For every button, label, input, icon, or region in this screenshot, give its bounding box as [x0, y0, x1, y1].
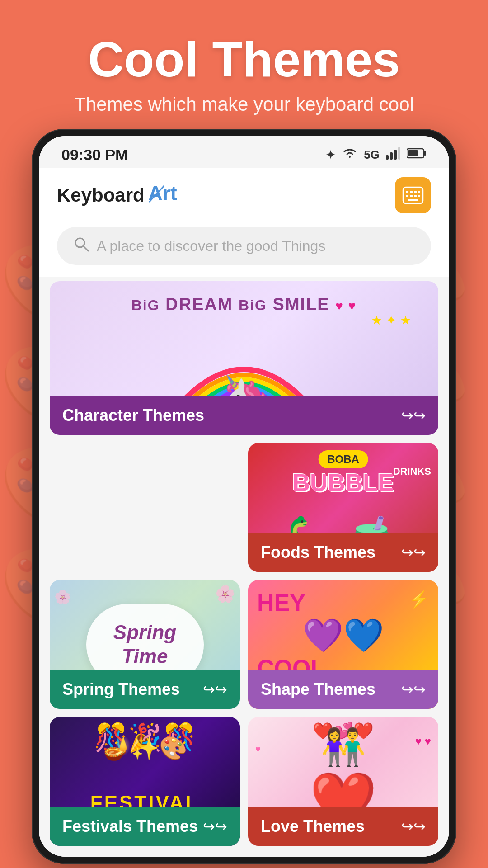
phone-frame: 09:30 PM ✦ 5G — [32, 129, 456, 864]
app-header: Keyboard Art — [39, 168, 449, 222]
svg-line-19 — [84, 246, 88, 251]
logo-art-text: Art — [148, 182, 193, 208]
logo-keyboard-text: Keyboard — [57, 184, 145, 206]
bluetooth-icon: ✦ — [325, 147, 336, 162]
page-title: Cool Themes — [18, 32, 470, 86]
svg-rect-10 — [410, 191, 413, 193]
spring-themes-card[interactable]: SpringTime 🌸🌺🌸 🌸 🌸 Spring Themes ↪↪ — [50, 580, 240, 709]
search-section: A place to discover the good Things — [39, 222, 449, 277]
svg-rect-15 — [414, 195, 417, 197]
character-card-tagline: BiG DREAM BiG SMILE ♥ ♥ — [50, 295, 438, 314]
svg-rect-6 — [408, 150, 418, 156]
character-themes-text: Character Themes — [62, 406, 204, 425]
festivals-themes-label: Festivals Themes ↪↪ — [50, 807, 240, 846]
status-bar: 09:30 PM ✦ 5G — [39, 136, 449, 168]
svg-rect-0 — [386, 155, 389, 160]
svg-rect-9 — [406, 191, 408, 193]
spring-themes-arrow-icon: ↪↪ — [203, 681, 227, 698]
festivals-themes-arrow-icon: ↪↪ — [203, 818, 227, 835]
shape-themes-card[interactable]: HEY ⚡ 💜💙 COOL 🌸⭐🍄 Shape Themes ↪↪ — [248, 580, 438, 709]
love-themes-label: Love Themes ↪↪ — [248, 807, 438, 846]
themes-grid: BiG DREAM BiG SMILE ♥ ♥ — [39, 281, 449, 857]
signal-bars-icon — [386, 147, 400, 163]
shape-themes-label: Shape Themes ↪↪ — [248, 670, 438, 709]
foods-boba-label: BOBA — [318, 450, 368, 468]
phone-screen: 09:30 PM ✦ 5G — [39, 136, 449, 857]
shape-themes-arrow-icon: ↪↪ — [401, 681, 426, 698]
shape-hey-text: HEY — [257, 589, 305, 616]
foods-themes-arrow-icon: ↪↪ — [401, 544, 426, 561]
spring-themes-label: Spring Themes ↪↪ — [50, 670, 240, 709]
character-themes-label: Character Themes ↪↪ — [50, 396, 438, 435]
svg-rect-5 — [424, 151, 426, 156]
phone-mockup: 09:30 PM ✦ 5G — [29, 129, 459, 864]
signal-icon: 5G — [364, 148, 380, 162]
keyboard-app-icon-button[interactable] — [395, 177, 431, 213]
spring-themes-text: Spring Themes — [62, 680, 180, 699]
svg-rect-1 — [390, 152, 393, 160]
character-themes-arrow-icon: ↪↪ — [401, 407, 426, 424]
svg-rect-12 — [418, 191, 420, 193]
foods-themes-text: Foods Themes — [261, 543, 375, 562]
search-bar[interactable]: A place to discover the good Things — [57, 227, 431, 265]
festivals-themes-card[interactable]: 🎊🎉🎊 🪔✨🎨 FESTIVAL 🏮🪅🏮 Festivals Themes ↪↪ — [50, 717, 240, 846]
svg-rect-13 — [406, 195, 408, 197]
page-subtitle: Themes which make your keyboard cool — [18, 94, 470, 115]
shape-themes-text: Shape Themes — [261, 680, 375, 699]
wifi-icon — [342, 147, 357, 163]
love-themes-arrow-icon: ↪↪ — [401, 818, 426, 835]
svg-rect-14 — [410, 195, 413, 197]
header-section: Cool Themes Themes which make your keybo… — [0, 0, 488, 129]
app-logo: Keyboard Art — [57, 182, 193, 208]
love-themes-card[interactable]: ❤️💕❤️ 👫 ❤️ ♥ ♥ ♥ Love Themes ↪↪ — [248, 717, 438, 846]
foods-themes-label: Foods Themes ↪↪ — [248, 533, 438, 572]
festivals-themes-text: Festivals Themes — [62, 817, 198, 836]
svg-rect-11 — [414, 191, 417, 193]
svg-rect-2 — [394, 150, 397, 160]
search-icon — [73, 236, 89, 256]
svg-rect-3 — [398, 147, 400, 160]
svg-text:Art: Art — [148, 182, 177, 204]
search-placeholder-text: A place to discover the good Things — [97, 238, 325, 255]
character-themes-card[interactable]: BiG DREAM BiG SMILE ♥ ♥ — [50, 281, 438, 435]
battery-icon — [407, 147, 427, 162]
svg-rect-16 — [418, 195, 420, 197]
status-icons: ✦ 5G — [325, 147, 427, 163]
spring-time-text: SpringTime — [113, 621, 176, 669]
love-themes-text: Love Themes — [261, 817, 365, 836]
status-time: 09:30 PM — [61, 146, 128, 164]
foods-themes-card[interactable]: BOBA BUBBLE DRINKS 🦕🧋 Foods Themes ↪↪ — [248, 443, 438, 572]
svg-rect-17 — [408, 199, 418, 201]
